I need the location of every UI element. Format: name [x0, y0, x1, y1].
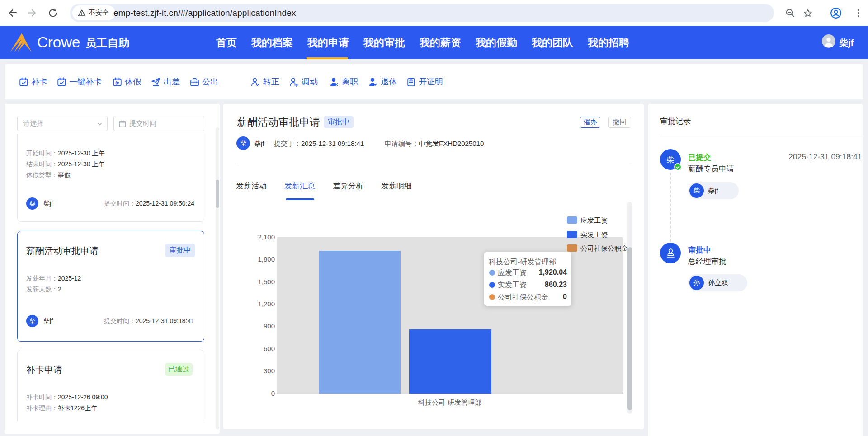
svg-text:休: 休 [115, 80, 120, 85]
